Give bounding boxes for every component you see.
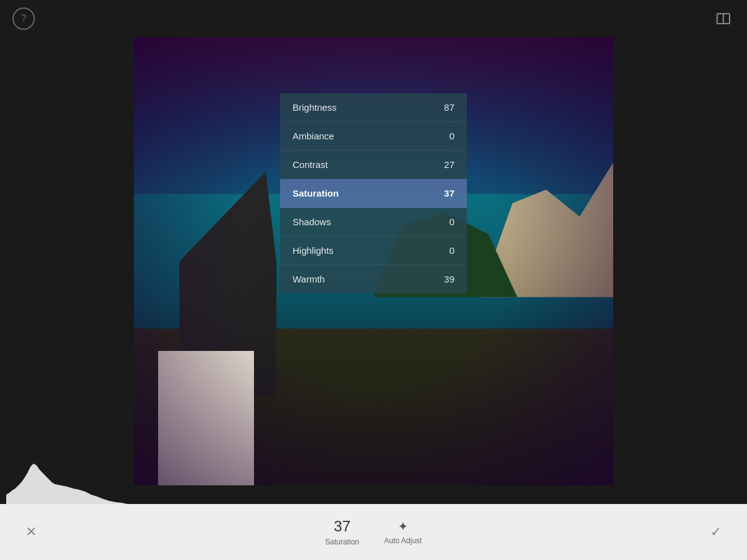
adj-label-saturation: Saturation (293, 188, 339, 198)
svg-rect-1 (723, 14, 730, 24)
photo-canvas: Brightness87Ambiance0Contrast27Saturatio… (134, 37, 613, 485)
adj-row-shadows[interactable]: Shadows0 (280, 208, 467, 236)
adj-label-shadows: Shadows (293, 217, 331, 227)
adj-value-ambiance: 0 (449, 131, 454, 141)
help-icon: ? (21, 13, 27, 24)
adj-value-highlights: 0 (449, 245, 454, 256)
adj-label-warmth: Warmth (293, 274, 325, 284)
compare-icon (715, 10, 732, 27)
compare-button[interactable] (712, 7, 735, 30)
side-panel-right (613, 37, 747, 504)
adj-label-contrast: Contrast (293, 159, 328, 170)
adj-value-shadows: 0 (449, 217, 454, 227)
adj-value-saturation: 37 (444, 188, 454, 198)
confirm-button[interactable]: ✓ (703, 520, 728, 544)
adj-row-highlights[interactable]: Highlights0 (280, 236, 467, 265)
adj-row-ambiance[interactable]: Ambiance0 (280, 122, 467, 151)
auto-adjust-icon: ✦ (398, 519, 408, 534)
adj-row-contrast[interactable]: Contrast27 (280, 151, 467, 179)
current-tool-label: Saturation (325, 538, 359, 546)
adj-value-brightness: 87 (444, 102, 454, 113)
auto-adjust-item[interactable]: ✦ Auto Adjust (384, 519, 422, 545)
adj-value-contrast: 27 (444, 159, 454, 170)
adj-row-warmth[interactable]: Warmth39 (280, 265, 467, 293)
current-adjustment-item[interactable]: 37 Saturation (325, 518, 359, 546)
svg-rect-0 (717, 14, 723, 24)
cancel-button[interactable]: ✕ (19, 520, 44, 544)
help-button[interactable]: ? (12, 7, 35, 30)
top-bar: ? (0, 0, 747, 37)
adj-label-brightness: Brightness (293, 102, 337, 113)
adj-label-ambiance: Ambiance (293, 131, 334, 141)
adj-row-brightness[interactable]: Brightness87 (280, 93, 467, 122)
adj-row-saturation[interactable]: Saturation37 (280, 179, 467, 208)
auto-adjust-label: Auto Adjust (384, 536, 422, 545)
histogram-chart (6, 460, 128, 504)
adj-value-warmth: 39 (444, 274, 454, 284)
bottom-bar: ✕ 37 Saturation ✦ Auto Adjust ✓ (0, 504, 747, 560)
bottom-tools: 37 Saturation ✦ Auto Adjust (325, 518, 421, 546)
side-panel-left (0, 37, 134, 504)
adj-label-highlights: Highlights (293, 245, 334, 256)
histogram-area (0, 448, 134, 504)
current-value: 37 (334, 518, 350, 535)
adjustments-panel: Brightness87Ambiance0Contrast27Saturatio… (280, 93, 467, 293)
